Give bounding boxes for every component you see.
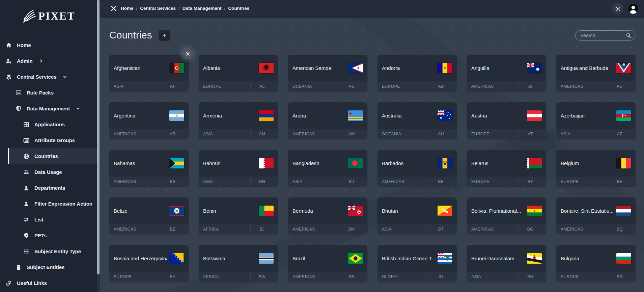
country-card-bd[interactable]: BangladeshASIABD bbox=[288, 150, 367, 187]
country-card-footer: AMERICASBO bbox=[467, 224, 546, 234]
sidebar-item-data-usage[interactable]: Data Usage bbox=[0, 164, 97, 180]
rulepacks-icon bbox=[15, 89, 22, 96]
country-card-bm[interactable]: BermudaAMERICASBM bbox=[288, 197, 367, 234]
country-card-footer: ASIABT bbox=[377, 224, 457, 234]
country-card-top: Brazil bbox=[288, 245, 367, 272]
sidebar-item-data-management[interactable]: Data Management bbox=[0, 101, 97, 116]
country-card-top: Antigua and Barbuda bbox=[556, 55, 636, 81]
country-card-ar[interactable]: ArgentinaAMERICASAR bbox=[109, 102, 189, 139]
flag-icon-bn bbox=[527, 253, 542, 264]
country-card-bs[interactable]: BahamasAMERICASBS bbox=[109, 150, 189, 187]
country-card-footer: ASIAAF bbox=[109, 81, 189, 91]
card-close-button[interactable] bbox=[182, 48, 193, 59]
topbar-actions bbox=[612, 0, 639, 18]
sidebar-scrollbar[interactable] bbox=[97, 0, 100, 292]
country-card-ad[interactable]: AndorraEUROPEAD bbox=[377, 55, 457, 91]
sidebar-item-pets[interactable]: PETs bbox=[0, 228, 97, 243]
country-code: BZ bbox=[161, 227, 184, 232]
sidebar-item-rule-packs[interactable]: Rule Packs bbox=[0, 85, 97, 101]
sidebar-item-subject-entity-type[interactable]: Subject Entity Type bbox=[0, 243, 97, 259]
sidebar-item-home[interactable]: Home bbox=[0, 37, 97, 53]
shielddot-icon bbox=[23, 232, 30, 239]
sidebar-item-filter-expression-action[interactable]: Filter Expression Action bbox=[0, 196, 97, 212]
country-card-by[interactable]: BelarusEUROPEBY bbox=[467, 150, 546, 187]
country-card-bq[interactable]: Bonaire, Sint Eustatiu...AMERICASBQ bbox=[556, 197, 636, 234]
search-input[interactable] bbox=[576, 33, 625, 38]
flag-icon-bq bbox=[616, 206, 631, 216]
country-card-br[interactable]: BrazilAMERICASBR bbox=[288, 245, 367, 282]
country-card-ai[interactable]: AnguillaAMERICASAI bbox=[467, 55, 546, 91]
country-card-footer: AMERICASAI bbox=[467, 81, 546, 91]
country-card-footer: AMERICASBM bbox=[288, 224, 367, 234]
country-code: BO bbox=[519, 227, 542, 232]
country-card-top: Belarus bbox=[467, 150, 546, 177]
breadcrumb-item-home[interactable]: Home bbox=[121, 6, 134, 11]
country-card-bb[interactable]: Barbados♆AMERICASBB bbox=[377, 150, 457, 187]
country-card-bw[interactable]: BotswanaAFRICABW bbox=[199, 245, 278, 282]
country-card-be[interactable]: BelgiumEUROPEBE bbox=[556, 150, 636, 187]
country-card-footer: ASIABN bbox=[467, 272, 546, 282]
country-card-footer: ASIABD bbox=[288, 177, 367, 187]
sidebar-item-applications[interactable]: Applications bbox=[0, 116, 97, 132]
flag-icon-as bbox=[348, 63, 363, 73]
country-card-aw[interactable]: ArubaAMERICASAW bbox=[288, 102, 367, 139]
country-name: Austria bbox=[471, 113, 524, 118]
country-continent: EUROPE bbox=[471, 132, 519, 136]
country-card-az[interactable]: AzerbaijanASIAAZ bbox=[556, 102, 636, 139]
sidebar-item-admin[interactable]: Admin bbox=[0, 53, 97, 69]
country-card-at[interactable]: AustriaEUROPEAT bbox=[467, 102, 546, 139]
country-continent: AMERICAS bbox=[471, 227, 519, 232]
country-card-bz[interactable]: BelizeAMERICASBZ bbox=[109, 197, 189, 234]
country-continent: EUROPE bbox=[471, 179, 519, 184]
country-name: Argentina bbox=[114, 113, 167, 118]
country-card-as[interactable]: American SamoaOCEANIAAS bbox=[288, 55, 367, 91]
country-card-am[interactable]: ArmeniaASIAAM bbox=[199, 102, 278, 139]
page-header: Countries + bbox=[109, 30, 170, 41]
country-name: Bhutan bbox=[382, 208, 435, 214]
country-name: Aruba bbox=[292, 113, 345, 118]
country-code: AL bbox=[251, 84, 274, 89]
country-code: AS bbox=[340, 84, 363, 89]
breadcrumb-item-central-services[interactable]: Central Services bbox=[140, 6, 176, 11]
sidebar-scrollbar-thumb[interactable] bbox=[97, 0, 100, 274]
country-card-au[interactable]: AustraliaOCEANIAAU bbox=[377, 102, 457, 139]
sidebar-item-list[interactable]: List bbox=[0, 212, 97, 228]
country-card-footer: EUROPEAL bbox=[199, 81, 278, 91]
country-card-footer: ASIABH bbox=[199, 177, 278, 187]
brand-logo[interactable]: PIXET bbox=[0, 0, 97, 32]
flag-icon-bj bbox=[259, 206, 274, 216]
breadcrumb-item-data-management[interactable]: Data Management bbox=[183, 6, 222, 11]
country-card-top: Anguilla bbox=[467, 55, 546, 81]
add-country-button[interactable]: + bbox=[159, 30, 170, 41]
sidebar-item-label: Departments bbox=[34, 185, 65, 191]
sidebar-item-departments[interactable]: Departments bbox=[0, 180, 97, 196]
country-card-bg[interactable]: BulgariaEUROPEBG bbox=[556, 245, 636, 282]
country-card-ba[interactable]: Bosnia and Herzegovina...EUROPEBA bbox=[109, 245, 189, 282]
country-name: Afghanistan bbox=[114, 65, 167, 71]
country-card-al[interactable]: AlbaniaEUROPEAL bbox=[199, 55, 278, 91]
sidebar: PIXET HomeAdminCentral ServicesRule Pack… bbox=[0, 0, 97, 292]
country-card-af[interactable]: AfghanistanASIAAF bbox=[109, 55, 189, 91]
sidebar-item-countries[interactable]: Countries bbox=[8, 148, 97, 164]
country-card-bt[interactable]: BhutanASIABT bbox=[377, 197, 457, 234]
sidebar-item-attribute-groups[interactable]: Attribute Groups bbox=[0, 132, 97, 148]
country-continent: AMERICAS bbox=[292, 132, 340, 136]
country-card-ag[interactable]: Antigua and BarbudaAMERICASAG bbox=[556, 55, 636, 91]
close-icon[interactable] bbox=[110, 5, 117, 12]
country-card-io[interactable]: British Indian Ocean T...GLOBALIO bbox=[377, 245, 457, 282]
country-card-bo[interactable]: Bolivia, Plurinational...AMERICASBO bbox=[467, 197, 546, 234]
country-card-top: Azerbaijan bbox=[556, 102, 636, 129]
country-card-top: Benin bbox=[199, 197, 278, 224]
country-card-footer: AMERICASBB bbox=[377, 177, 457, 187]
country-card-bn[interactable]: Brunei DarussalamASIABN bbox=[467, 245, 546, 282]
country-card-bh[interactable]: BahrainASIABH bbox=[199, 150, 278, 187]
search-icon[interactable] bbox=[625, 32, 632, 38]
avatar[interactable] bbox=[628, 3, 639, 14]
country-card-bj[interactable]: BeninAFRICABJ bbox=[199, 197, 278, 234]
theme-toggle-button[interactable] bbox=[612, 3, 623, 15]
sidebar-item-subject-entities[interactable]: Subject Entities bbox=[0, 259, 97, 275]
breadcrumb-separator: / bbox=[136, 6, 138, 11]
sidebar-item-central-services[interactable]: Central Services bbox=[0, 69, 97, 85]
country-name: American Samoa bbox=[292, 65, 345, 71]
sidebar-item-useful-links[interactable]: Useful Links bbox=[0, 275, 97, 291]
